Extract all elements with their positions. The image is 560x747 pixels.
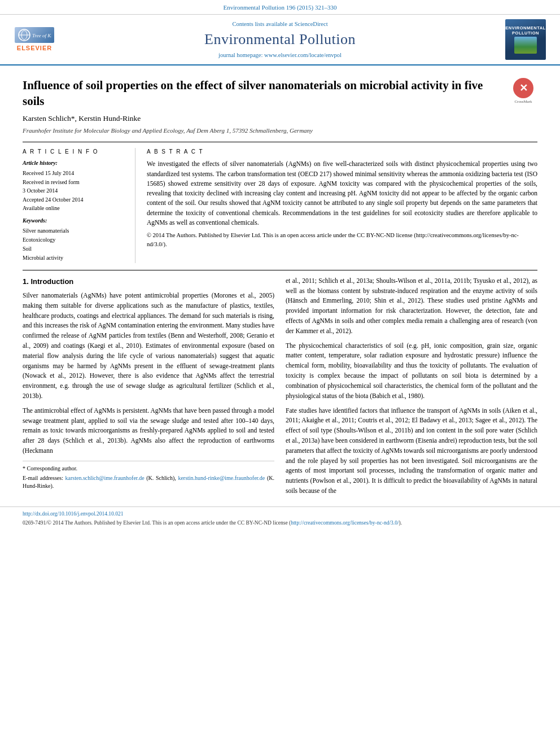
journal-title-block: Contents lists available at ScienceDirec… (60, 20, 500, 60)
elsevier-logo-image: Tree of Knowledge (15, 27, 54, 43)
crossmark-icon[interactable]: ✕ (513, 78, 533, 98)
abstract-copyright: © 2014 The Authors. Published by Elsevie… (147, 231, 537, 249)
accepted-date: Accepted 24 October 2014 (23, 196, 128, 204)
body-divider (23, 270, 537, 270)
journal-ref-line: Environmental Pollution 196 (2015) 321–3… (0, 0, 560, 15)
section1-heading: 1. Introduction (23, 276, 274, 287)
body-col2-p3: Fate studies have identified factors tha… (286, 406, 537, 496)
journal-header: Tree of Knowledge ELSEVIER Contents list… (0, 15, 560, 65)
affiliation: Fraunhofer Institute for Molecular Biolo… (23, 126, 537, 135)
email-footnote: E-mail addresses: karsten.schlich@ime.fr… (23, 474, 274, 490)
journal-name: Environmental Pollution (60, 29, 500, 50)
keyword-1: Silver nanomaterials (23, 227, 128, 235)
email2-link[interactable]: kerstin.hund-rinke@ime.fraunhofer.de (178, 475, 265, 481)
body-col1-p2: The antimicrobial effect of AgNMs is per… (23, 406, 274, 456)
badge-cover-image (514, 37, 537, 54)
footer-copyright: 0269-7491/© 2014 The Authors. Published … (23, 519, 537, 527)
body-column-right: et al., 2011; Schlich et al., 2013a; Sho… (286, 276, 537, 501)
journal-cover-badge: ENVIRONMENTAL POLLUTION (505, 19, 546, 60)
body-col2-p1: et al., 2011; Schlich et al., 2013a; Sho… (286, 276, 537, 337)
journal-homepage-link[interactable]: www.elsevier.com/locate/envpol (264, 52, 342, 58)
article-info-column: A R T I C L E I N F O Article history: R… (23, 148, 135, 263)
footnotes: * Corresponding author. E-mail addresses… (23, 461, 274, 490)
body-col2-p2: The physicochemical characteristics of s… (286, 341, 537, 401)
body-columns: 1. Introduction Silver nanomaterials (Ag… (23, 276, 537, 501)
doi-line: http://dx.doi.org/10.1016/j.envpol.2014.… (23, 510, 537, 518)
body-column-left: 1. Introduction Silver nanomaterials (Ag… (23, 276, 274, 501)
main-content: Influence of soil properties on the effe… (0, 65, 560, 500)
journal-badge-right: ENVIRONMENTAL POLLUTION (500, 19, 551, 60)
keyword-3: Soil (23, 245, 128, 253)
sciencedirect-link[interactable]: ScienceDirect (295, 21, 328, 27)
abstract-heading: A B S T R A C T (147, 148, 537, 156)
homepage-line: journal homepage: www.elsevier.com/locat… (60, 51, 500, 60)
keywords-label: Keywords: (23, 217, 128, 225)
keyword-2: Ecotoxicology (23, 236, 128, 244)
badge-title-text: ENVIRONMENTAL POLLUTION (505, 25, 545, 36)
received-revised-label: Received in revised form (23, 178, 128, 186)
abstract-column: A B S T R A C T We investigated the effe… (147, 148, 537, 263)
email1-link[interactable]: karsten.schlich@ime.fraunhofer.de (65, 475, 145, 481)
authors: Karsten Schlich*, Kerstin Hund-Rinke (23, 113, 537, 124)
article-info-abstract-section: A R T I C L E I N F O Article history: R… (23, 142, 537, 263)
abstract-body: We investigated the effects of silver na… (147, 159, 537, 228)
corresponding-footnote: * Corresponding author. (23, 465, 274, 473)
crossmark-block[interactable]: ✕ CrossMark (509, 78, 537, 105)
article-title-section: Influence of soil properties on the effe… (23, 71, 537, 109)
crossmark-label: CrossMark (514, 99, 532, 105)
contents-available-line: Contents lists available at ScienceDirec… (60, 20, 500, 29)
body-col1-p1: Silver nanomaterials (AgNMs) have potent… (23, 291, 274, 401)
keyword-4: Microbial activity (23, 254, 128, 262)
footer-oa-link[interactable]: http://creativecommons.org/licenses/by-n… (291, 520, 399, 526)
article-info-heading: A R T I C L E I N F O (23, 148, 128, 156)
svg-text:Tree of Knowledge: Tree of Knowledge (32, 33, 51, 38)
available-online: Available online (23, 204, 128, 212)
history-label: Article history: (23, 159, 128, 167)
received-date: Received 15 July 2014 (23, 169, 128, 177)
doi-link[interactable]: http://dx.doi.org/10.1016/j.envpol.2014.… (23, 511, 123, 517)
page-footer: http://dx.doi.org/10.1016/j.envpol.2014.… (0, 506, 560, 531)
article-title: Influence of soil properties on the effe… (23, 78, 502, 109)
elsevier-logo: Tree of Knowledge ELSEVIER (9, 27, 60, 53)
elsevier-brand: ELSEVIER (17, 44, 52, 53)
revised-date: 3 October 2014 (23, 187, 128, 195)
